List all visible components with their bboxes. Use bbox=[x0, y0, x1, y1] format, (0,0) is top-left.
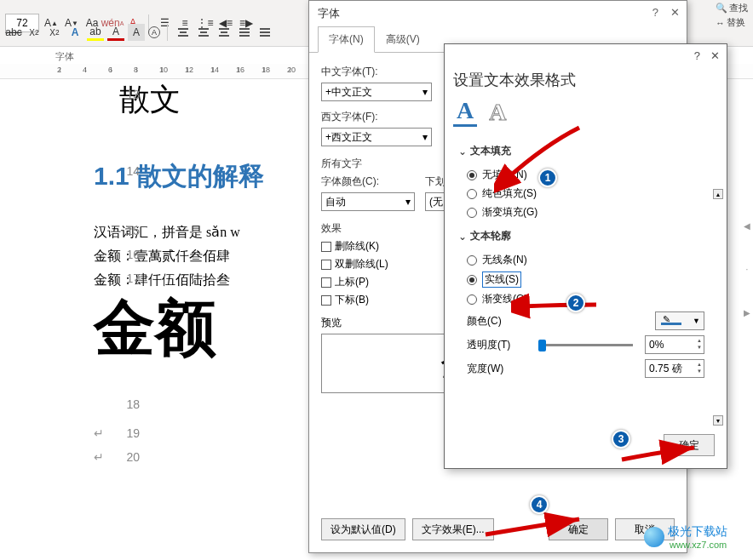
outline-color-button[interactable]: ✎▼ bbox=[655, 311, 704, 330]
transparency-slider[interactable] bbox=[538, 344, 633, 346]
color-label: 颜色(C) bbox=[467, 314, 526, 329]
watermark-text: 极光下载站 bbox=[668, 524, 727, 540]
chevron-down-icon: ⌄ bbox=[458, 146, 467, 157]
text-fill-section[interactable]: ⌄文本填充 bbox=[458, 139, 713, 163]
align-center-icon[interactable] bbox=[195, 24, 212, 41]
line-number: 15 bbox=[119, 224, 140, 237]
callout-1: 1 bbox=[538, 169, 557, 187]
align-right-icon[interactable] bbox=[216, 24, 233, 41]
solid-fill-radio[interactable]: 纯色填充(S) bbox=[467, 186, 713, 201]
align-justify-icon[interactable] bbox=[236, 24, 253, 41]
transparency-label: 透明度(T) bbox=[467, 338, 526, 352]
align-left-icon[interactable] bbox=[175, 24, 192, 41]
gradient-fill-radio[interactable]: 渐变填充(G) bbox=[467, 205, 713, 220]
callout-4: 4 bbox=[530, 495, 549, 514]
watermark: 极光下载站 www.xz7.com bbox=[644, 524, 727, 550]
font-color-icon[interactable]: A bbox=[107, 24, 124, 41]
chevron-down-icon: ▼ bbox=[693, 317, 700, 325]
text-effects-icon[interactable]: A bbox=[66, 24, 83, 41]
highlight-icon[interactable]: ab bbox=[87, 24, 104, 41]
right-scroll-area: ◀·▶ bbox=[741, 221, 753, 317]
line-number: 18 bbox=[119, 397, 140, 411]
cjk-font-combo[interactable]: +中文正文▾ bbox=[321, 83, 432, 101]
tab-advanced[interactable]: 高级(V) bbox=[375, 26, 431, 53]
enclose-char-icon[interactable]: A bbox=[148, 26, 160, 38]
line-number: 20 bbox=[119, 450, 140, 464]
globe-icon bbox=[644, 527, 664, 547]
effects-tab-icon[interactable]: A bbox=[489, 99, 506, 126]
fill-outline-tab-icon[interactable]: A bbox=[453, 97, 477, 127]
dialog2-titlebar[interactable]: ? ✕ bbox=[445, 44, 727, 66]
no-line-radio[interactable]: 无线条(N) bbox=[467, 253, 713, 267]
gradient-line-radio[interactable]: 渐变线(G) bbox=[467, 292, 713, 306]
chevron-down-icon: ▾ bbox=[422, 86, 428, 98]
text-outline-section[interactable]: ⌄文本轮廓 bbox=[458, 224, 713, 249]
solid-line-radio[interactable]: 实线(S) bbox=[467, 271, 713, 288]
width-label: 宽度(W) bbox=[467, 362, 526, 376]
dialog-titlebar[interactable]: 字体 ? ✕ bbox=[309, 1, 687, 26]
ok-button[interactable]: 确定 bbox=[664, 434, 715, 456]
chevron-down-icon: ▾ bbox=[405, 196, 411, 208]
close-icon[interactable]: ✕ bbox=[670, 6, 680, 19]
search-icon: 🔍 bbox=[716, 3, 727, 14]
char-shading-icon[interactable]: A bbox=[128, 24, 145, 41]
scroll-down-icon[interactable]: ▼ bbox=[713, 415, 723, 426]
find-button[interactable]: 🔍查找 bbox=[716, 2, 748, 14]
subscript-icon[interactable]: X2 bbox=[26, 24, 43, 41]
close-icon[interactable]: ✕ bbox=[710, 49, 720, 62]
latin-font-combo[interactable]: +西文正文▾ bbox=[321, 128, 432, 146]
no-fill-radio[interactable]: 无填充(N) bbox=[467, 168, 713, 182]
chevron-down-icon: ⌄ bbox=[458, 231, 467, 243]
callout-2: 2 bbox=[566, 294, 585, 312]
replace-icon: ↔ bbox=[716, 18, 725, 28]
align-distribute-icon[interactable] bbox=[256, 24, 273, 41]
chevron-down-icon: ▾ bbox=[422, 131, 428, 143]
help-icon[interactable]: ? bbox=[652, 6, 658, 19]
replace-button[interactable]: ↔替换 bbox=[716, 16, 748, 29]
scroll-up-icon[interactable]: ▲ bbox=[713, 189, 723, 199]
width-spinner[interactable]: 0.75 磅▲▼ bbox=[645, 359, 704, 378]
ribbon-group-label: 字体 bbox=[55, 50, 74, 63]
strikethrough-icon[interactable]: abc bbox=[5, 24, 22, 41]
text-effects-dialog: ? ✕ 设置文本效果格式 A A ⌄文本填充 无填充(N) 纯色填充(S) 渐变… bbox=[444, 43, 727, 469]
font-color-label: 字体颜色(C): bbox=[321, 174, 415, 189]
line-number: 13 bbox=[119, 88, 140, 101]
transparency-spinner[interactable]: 0%▲▼ bbox=[645, 335, 704, 354]
dialog2-title: 设置文本效果格式 bbox=[445, 66, 727, 97]
watermark-url: www.xz7.com bbox=[670, 540, 727, 550]
line-number: 14 bbox=[119, 164, 140, 178]
help-icon[interactable]: ? bbox=[694, 49, 700, 62]
line-number: 17 bbox=[119, 271, 140, 285]
set-default-button[interactable]: 设为默认值(D) bbox=[321, 518, 405, 540]
text-effects-button[interactable]: 文字效果(E)... bbox=[412, 518, 494, 540]
callout-3: 3 bbox=[612, 430, 630, 449]
line-number: 19 bbox=[119, 426, 140, 440]
vertical-scrollbar[interactable]: ▲ ▼ bbox=[713, 189, 723, 426]
dialog-title: 字体 bbox=[318, 6, 340, 21]
ok-button[interactable]: 确定 bbox=[549, 518, 608, 540]
superscript-icon[interactable]: X2 bbox=[46, 24, 63, 41]
font-color-combo[interactable]: 自动▾ bbox=[321, 192, 415, 211]
tab-font[interactable]: 字体(N) bbox=[318, 26, 375, 53]
line-number: 16 bbox=[119, 248, 140, 261]
